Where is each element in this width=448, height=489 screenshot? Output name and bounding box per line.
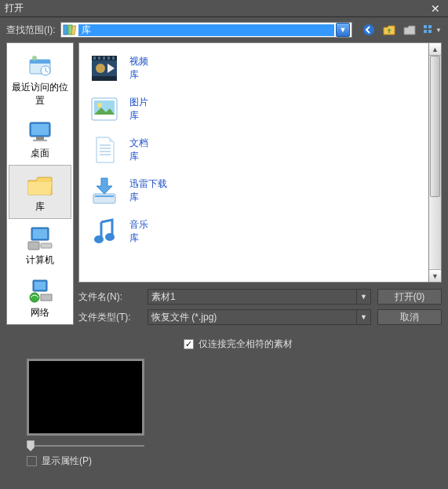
place-label: 库 <box>11 200 69 213</box>
svg-rect-13 <box>31 124 49 135</box>
library-icon <box>63 24 77 36</box>
only-connect-row: ✓ 仅连接完全相符的素材 <box>184 338 429 351</box>
only-connect-label: 仅连接完全相符的素材 <box>199 338 293 351</box>
list-item[interactable]: 图片库 <box>82 89 425 130</box>
item-name: 图片 <box>129 96 148 109</box>
item-type: 库 <box>129 68 148 82</box>
show-props-checkbox[interactable] <box>27 456 37 466</box>
svg-rect-19 <box>41 243 52 248</box>
place-label: 网络 <box>9 306 71 319</box>
place-network[interactable]: 网络 <box>7 272 73 324</box>
svg-point-35 <box>97 103 102 108</box>
filename-dropdown[interactable]: ▼ <box>357 289 371 305</box>
slider-thumb[interactable] <box>27 440 35 451</box>
titlebar: 打开 ✕ <box>0 0 448 17</box>
lookin-label: 查找范围(I): <box>6 24 56 37</box>
library-icon <box>11 172 69 199</box>
svg-point-11 <box>32 56 37 60</box>
place-desktop[interactable]: 桌面 <box>7 112 73 165</box>
preview-slider[interactable] <box>27 440 144 451</box>
place-library[interactable]: 库 <box>9 165 71 219</box>
cancel-button[interactable]: 取消 <box>377 309 442 325</box>
music-library-icon <box>89 216 120 247</box>
show-props-label: 显示属性(P) <box>42 454 92 468</box>
chevron-down-icon: ▼ <box>435 27 442 34</box>
svg-rect-28 <box>98 57 100 60</box>
item-name: 文档 <box>129 137 148 150</box>
list-item[interactable]: 视频库 <box>82 48 425 89</box>
svg-rect-7 <box>428 30 432 33</box>
item-name: 迅雷下载 <box>129 177 167 191</box>
pictures-library-icon <box>89 93 120 125</box>
place-label: 最近访问的位置 <box>9 81 71 108</box>
svg-rect-15 <box>33 140 47 141</box>
svg-point-43 <box>105 233 115 241</box>
slider-track <box>27 445 144 447</box>
downloads-library-icon <box>89 175 120 206</box>
svg-rect-4 <box>424 25 427 28</box>
list-item[interactable]: 音乐库 <box>82 211 425 252</box>
right-column: 视频库 图片库 文档库 迅雷下载库 音乐库 ▲ ▼ <box>78 42 442 325</box>
scroll-track[interactable] <box>429 56 441 269</box>
filetype-select[interactable]: 恢复文件 (*.jpg) <box>148 309 357 325</box>
item-name: 视频 <box>129 55 148 68</box>
svg-rect-41 <box>95 195 114 197</box>
desktop-icon <box>9 119 71 145</box>
open-button[interactable]: 打开(0) <box>377 289 442 305</box>
chevron-down-icon: ▼ <box>340 26 347 34</box>
svg-point-3 <box>363 24 374 35</box>
scroll-thumb[interactable] <box>430 56 440 197</box>
svg-rect-9 <box>30 60 50 64</box>
place-label: 桌面 <box>9 147 71 160</box>
lookin-dropdown-button[interactable]: ▼ <box>336 23 350 37</box>
computer-icon <box>9 225 71 252</box>
close-button[interactable]: ✕ <box>428 2 443 15</box>
svg-rect-0 <box>64 25 67 35</box>
svg-rect-27 <box>93 57 96 60</box>
filename-label: 文件名(N): <box>78 290 141 304</box>
scroll-up-button[interactable]: ▲ <box>429 43 441 56</box>
view-mode-button[interactable]: ▼ <box>423 23 442 37</box>
scroll-down-button[interactable]: ▼ <box>429 269 441 282</box>
places-bar: 最近访问的位置 桌面 库 计算机 网络 <box>6 42 74 325</box>
item-name: 音乐 <box>129 218 148 232</box>
svg-point-32 <box>96 64 105 73</box>
svg-rect-23 <box>41 294 52 301</box>
filename-input[interactable]: 素材1 <box>148 289 357 305</box>
svg-rect-17 <box>33 229 47 239</box>
place-recent[interactable]: 最近访问的位置 <box>7 46 73 112</box>
svg-rect-2 <box>71 26 76 35</box>
lookin-row: 查找范围(I): 库 ▼ ▼ <box>0 17 448 42</box>
form-rows: 文件名(N): 素材1 ▼ 打开(0) 文件类型(T): 恢复文件 (*.jpg… <box>78 283 442 325</box>
lookin-value: 库 <box>78 24 334 36</box>
preview-pane <box>27 359 144 436</box>
scrollbar[interactable]: ▲ ▼ <box>429 42 442 283</box>
item-type: 库 <box>129 191 167 204</box>
file-list[interactable]: 视频库 图片库 文档库 迅雷下载库 音乐库 <box>78 42 429 283</box>
only-connect-checkbox[interactable]: ✓ <box>184 339 194 349</box>
place-computer[interactable]: 计算机 <box>7 219 73 272</box>
new-folder-button[interactable] <box>402 23 417 37</box>
svg-rect-18 <box>28 242 39 250</box>
back-button[interactable] <box>362 23 376 37</box>
lookin-select[interactable]: 库 ▼ <box>60 22 352 38</box>
list-item[interactable]: 文档库 <box>82 130 425 170</box>
svg-rect-6 <box>424 30 427 33</box>
item-type: 库 <box>129 109 148 122</box>
body-area: 最近访问的位置 桌面 库 计算机 网络 视频库 图片库 <box>0 42 448 331</box>
network-icon <box>9 278 71 305</box>
svg-rect-26 <box>92 76 117 81</box>
nav-icons: ▼ <box>357 23 442 37</box>
item-type: 库 <box>129 150 148 163</box>
filetype-label: 文件类型(T): <box>78 311 141 324</box>
bottom-panel: ✓ 仅连接完全相符的素材 显示属性(P) <box>0 331 448 474</box>
recent-icon <box>9 53 71 79</box>
filetype-dropdown[interactable]: ▼ <box>357 309 371 325</box>
svg-rect-31 <box>112 57 115 60</box>
svg-rect-29 <box>103 57 105 60</box>
documents-library-icon <box>89 134 120 166</box>
svg-rect-14 <box>36 137 44 140</box>
list-item[interactable]: 迅雷下载库 <box>82 170 425 211</box>
up-button[interactable] <box>382 23 396 37</box>
svg-rect-21 <box>35 282 46 290</box>
